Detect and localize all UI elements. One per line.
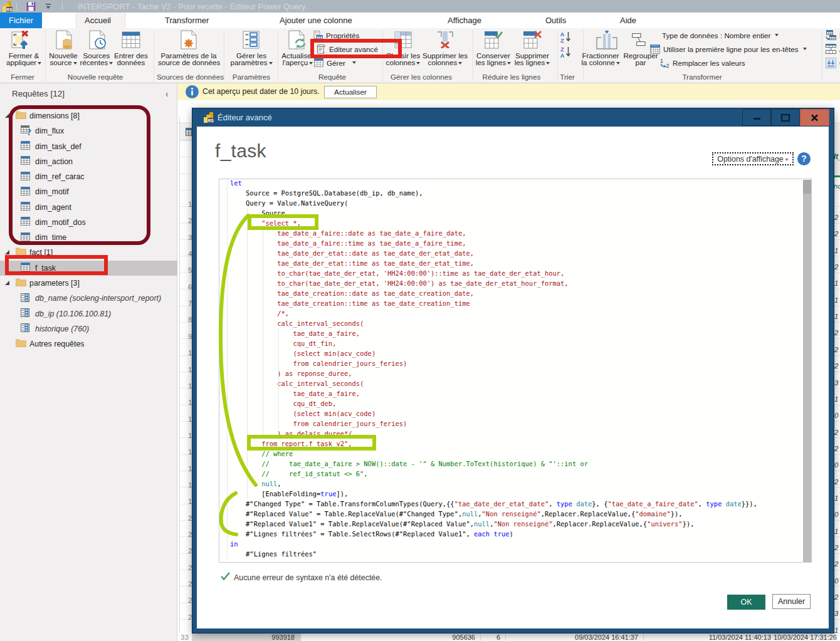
dialog-close-button[interactable] — [800, 109, 829, 126]
tree-item-fact-1-[interactable]: fact [1] — [0, 245, 177, 260]
code-line: to_char(tae_date_der_etat, 'HH24:00:00')… — [219, 278, 757, 288]
folder-icon — [16, 111, 26, 121]
display-options-dropdown[interactable]: Options d'affichage — [712, 152, 794, 165]
sort-za-icon: Z A — [559, 45, 573, 58]
tree-item-parameters-3-[interactable]: parameters [3] — [0, 276, 177, 291]
title-bar: RS INTERSPORT - Tache V2 - Pour recette … — [0, 0, 840, 13]
tab-transformer[interactable]: Transformer — [165, 13, 209, 28]
syntax-ok-icon — [221, 572, 230, 580]
code-line: (select min(acv_code) — [219, 348, 757, 358]
expand-twisty-icon[interactable] — [5, 113, 9, 118]
preview-warning-text: Cet aperçu peut dater de 10 jours. — [202, 87, 320, 96]
group-label-fermer: Fermer — [3, 73, 43, 81]
svg-text:RS: RS — [6, 8, 13, 12]
code-editor[interactable]: let Source = PostgreSQL.Database(db_ip, … — [219, 179, 812, 563]
tab-affichage[interactable]: Affichage — [448, 13, 481, 28]
svg-text:2: 2 — [666, 63, 669, 68]
code-line: cqu_dt_deb, — [219, 399, 757, 409]
properties-button[interactable]: Propriétés — [313, 28, 359, 42]
code-line: from calendrier_jours_feries) — [219, 419, 757, 429]
query-icon — [21, 202, 30, 212]
expand-twisty-icon[interactable] — [5, 250, 9, 254]
tree-item-dim_task_def[interactable]: dim_task_def — [0, 139, 177, 154]
ribbon-separator — [224, 30, 224, 81]
tree-item-dim_action[interactable]: dim_action — [0, 154, 177, 169]
table-cell-fragment: 2 — [834, 346, 838, 353]
help-icon[interactable]: ? — [797, 152, 811, 165]
power-query-editor-window: RS INTERSPORT - Tache V2 - Pour recette … — [0, 0, 840, 641]
query-icon — [21, 156, 30, 167]
collapse-pane-icon[interactable]: ‹ — [165, 89, 169, 99]
dialog-maximize-button[interactable] — [771, 109, 800, 126]
tree-item-dimensions-8-[interactable]: dimensions [8] — [0, 108, 177, 123]
dialog-minimize-button[interactable] — [742, 109, 771, 126]
tab-ajouter-une-colonne[interactable]: Ajouter une colonne — [280, 13, 352, 28]
group-label-gerer-les-colonnes: Gérer les colonnes — [390, 73, 453, 81]
tab-outils[interactable]: Outils — [545, 13, 566, 28]
data-type-button[interactable]: Type de données : Nombre entier — [662, 28, 779, 42]
code-line: #"Changed Type" = Table.TransformColumnT… — [219, 499, 757, 509]
tree-item-dim_ref_carac[interactable]: dim_ref_carac — [0, 169, 177, 184]
table-cell-fragment: 2 — [834, 593, 838, 601]
code-line: /*, — [219, 308, 757, 318]
editor-scrollbar-thumb[interactable] — [803, 180, 812, 194]
tree-item-label: dim_time — [35, 233, 66, 242]
bottom-row-cell: 09/03/2024 16:41:37 — [575, 633, 638, 641]
code-line: null, — [219, 479, 757, 489]
folder-icon — [16, 278, 26, 288]
tree-item-label: Autres requêtes — [29, 340, 84, 348]
sort-descending-button[interactable]: Z A — [559, 45, 573, 58]
merge-queries-button[interactable]: F — [826, 28, 840, 42]
svg-text:A: A — [560, 31, 565, 38]
tree-item-dim_agent[interactable]: dim_agent — [0, 200, 177, 215]
editor-scrollbar[interactable] — [803, 180, 812, 563]
code-line: from report.f_task_v2", — [219, 439, 757, 449]
table-cell-fragment: 1 — [834, 313, 838, 320]
queries-pane: Requêtes [12] ‹ dimensions [8]?dim_fluxd… — [0, 83, 177, 641]
tree-item-dim_motif_dos[interactable]: dim_motif_dos — [0, 215, 177, 230]
ok-button[interactable]: OK — [727, 595, 765, 610]
quick-access-dropdown-icon[interactable] — [44, 4, 53, 9]
m-code: let Source = PostgreSQL.Database(db_ip, … — [219, 179, 757, 559]
code-line: in — [219, 539, 757, 549]
table-cell-fragment: 0 — [834, 461, 838, 469]
code-line: let — [219, 179, 757, 188]
tab-aide[interactable]: Aide — [620, 13, 636, 28]
first-row-headers-button[interactable]: Utiliser la première ligne pour les en-t… — [650, 42, 807, 56]
bottom-row-cell: 10/03/2024 17:31:26 — [774, 633, 837, 641]
manage-button[interactable]: Gérer — [314, 56, 356, 70]
code-line: Query = Value.NativeQuery( — [219, 198, 757, 208]
tab-fichier[interactable]: Fichier — [0, 13, 42, 28]
tree-item-dim_flux[interactable]: ?dim_flux — [0, 123, 177, 138]
cancel-button[interactable]: Annuler — [772, 594, 811, 609]
svg-text:Z: Z — [560, 46, 564, 53]
tree-item-dim_time[interactable]: dim_time — [0, 230, 177, 245]
param-icon — [21, 308, 29, 319]
tab-accueil[interactable]: Accueil — [85, 13, 111, 28]
tree-item-label: fact [1] — [29, 248, 53, 257]
svg-text:1: 1 — [660, 58, 663, 64]
code-line: Source = PostgreSQL.Database(db_ip, db_n… — [219, 188, 757, 198]
tree-item-f_task[interactable]: f_task — [0, 261, 177, 276]
table-cell-fragment: 1 — [834, 528, 838, 535]
expand-twisty-icon[interactable] — [5, 281, 9, 285]
code-line: tae_date_creation::time as tae_date_crea… — [219, 298, 757, 308]
replace-values-button[interactable]: 1 2 Remplacer les valeurs — [659, 56, 745, 70]
column-quality-bar — [834, 175, 840, 177]
tree-item-db_name-socleng-intersport_report-[interactable]: db_name (socleng-intersport_report) — [0, 291, 177, 306]
merge-icon — [826, 30, 836, 40]
sort-ascending-button[interactable]: A Z — [559, 30, 573, 43]
save-icon[interactable] — [26, 2, 36, 11]
tree-item-dim_motif[interactable]: dim_motif — [0, 184, 177, 199]
query-icon — [21, 187, 30, 197]
tree-item-autres-requ-tes[interactable]: Autres requêtes — [0, 336, 177, 352]
info-icon — [186, 85, 199, 98]
combine-files-button[interactable]: C — [826, 56, 840, 70]
code-line: #"Lignes filtrées" — [219, 549, 757, 559]
tree-item-db_ip-10-106-100-81-[interactable]: db_ip (10.106.100.81) — [0, 306, 177, 321]
table-cell-fragment: 1 — [834, 279, 838, 287]
advanced-editor-button[interactable]: Éditeur avancé — [317, 42, 378, 56]
tree-item-historique-760-[interactable]: historique (760) — [0, 321, 177, 336]
append-queries-button[interactable]: A — [826, 42, 840, 56]
refresh-button[interactable]: Actualiser — [324, 86, 377, 98]
